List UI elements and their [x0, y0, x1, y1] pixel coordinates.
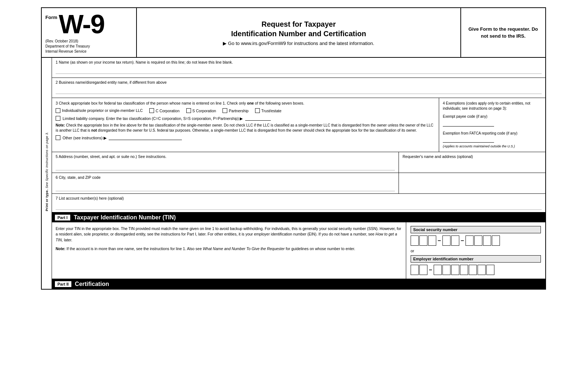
fatca-input-line[interactable] — [443, 137, 494, 143]
w9-title: W-9 — [59, 11, 105, 37]
checkbox-trust-box[interactable] — [255, 108, 260, 113]
form-body: Print or type. See Specific Instructions… — [42, 58, 545, 289]
other-input[interactable] — [109, 135, 182, 140]
ein-cell-6[interactable] — [460, 265, 468, 275]
header-rev: (Rev. October 2018) Department of the Tr… — [45, 39, 132, 54]
part1-body: Enter your TIN in the appropriate box. T… — [52, 222, 545, 279]
ein-cell-2[interactable] — [419, 265, 427, 275]
or-text: or — [411, 249, 541, 253]
header-left: Form W-9 (Rev. October 2018) Department … — [42, 8, 137, 57]
field-6-right — [399, 173, 545, 193]
field-1-input[interactable] — [56, 67, 542, 74]
field-6-label: 6 City, state, and ZIP code — [56, 175, 395, 180]
ein-cells-2 — [434, 265, 494, 275]
field-1-row: 1 Name (as shown on your income tax retu… — [52, 58, 545, 78]
ein-cell-8[interactable] — [478, 265, 486, 275]
checkbox-other-box[interactable] — [56, 135, 60, 140]
field-3: 3 Check appropriate box for federal tax … — [52, 98, 439, 152]
checkbox-s-corp: S Corporation — [186, 108, 216, 113]
field-7-label: 7 List account number(s) here (optional) — [56, 196, 542, 200]
ssn-cell-7[interactable] — [474, 235, 482, 246]
part1-note: Note: If the account is in more than one… — [56, 246, 402, 252]
part1-intro: Enter your TIN in the appropriate box. T… — [56, 226, 402, 243]
field-6-input[interactable] — [56, 185, 395, 191]
ssn-dash-2: – — [461, 237, 464, 244]
ssn-cell-4[interactable] — [442, 235, 450, 246]
field-3-note: Note: Check the appropriate box in the l… — [56, 123, 435, 133]
ein-cell-1[interactable] — [411, 265, 419, 275]
ssn-cell-8[interactable] — [483, 235, 491, 246]
form-subtitle: ▶ Go to www.irs.gov/FormW9 for instructi… — [223, 41, 374, 46]
ein-dash: – — [429, 267, 432, 273]
llc-classification-input[interactable] — [245, 116, 271, 121]
part2-header: Part II Certification — [52, 279, 545, 289]
other-row: Other (see instructions) ▶ — [56, 135, 435, 140]
ein-cell-4[interactable] — [442, 265, 450, 275]
ssn-grid: – – — [411, 235, 541, 246]
part2-title: Certification — [75, 281, 109, 287]
header-right: Give Form to the requester. Do not send … — [461, 8, 545, 57]
ssn-cells-1 — [411, 235, 436, 246]
checkbox-c-corp: C Corporation — [149, 108, 179, 113]
field-1-label: 1 Name (as shown on your income tax retu… — [56, 60, 542, 64]
checkboxes-row: Individual/sole proprietor or single-mem… — [56, 108, 435, 113]
checkbox-llc-box[interactable] — [56, 116, 60, 121]
ein-cell-9[interactable] — [486, 265, 494, 275]
ssn-cells-2 — [442, 235, 459, 246]
part1-header: Part I Taxpayer Identification Number (T… — [52, 213, 545, 222]
checkbox-c-corp-box[interactable] — [149, 108, 154, 113]
ssn-dash-1: – — [438, 237, 441, 244]
ssn-cell-3[interactable] — [428, 235, 436, 246]
give-form-text: Give Form to the requester. Do not send … — [466, 26, 541, 40]
ssn-label: Social security number — [411, 226, 541, 233]
field-5-input[interactable] — [56, 164, 395, 170]
ssn-cell-5[interactable] — [451, 235, 459, 246]
field-3-label: 3 Check appropriate box for federal tax … — [56, 101, 435, 105]
field-2-input[interactable] — [56, 87, 542, 94]
form-title: Request for Taxpayer Identification Numb… — [231, 19, 366, 38]
field-6-row: 6 City, state, and ZIP code — [52, 173, 545, 194]
field-4-label: 4 Exemptions (codes apply only to certai… — [443, 101, 542, 111]
requester-label: Requester's name and address (optional) — [403, 154, 542, 159]
field-6-left: 6 City, state, and ZIP code — [52, 173, 399, 193]
field-5-row: 5 Address (number, street, and apt. or s… — [52, 152, 545, 173]
field-5-left: 5 Address (number, street, and apt. or s… — [52, 152, 399, 173]
field-3-4-row: 3 Check appropriate box for federal tax … — [52, 98, 545, 152]
checkbox-partnership: Partnership — [223, 108, 248, 113]
form-word: Form — [45, 15, 57, 20]
ein-label: Employer identification number — [411, 255, 541, 263]
applies-note: (Applies to accounts maintained outside … — [443, 144, 542, 149]
exempt-payee-input-line[interactable] — [443, 121, 494, 127]
checkbox-individual: Individual/sole proprietor or single-mem… — [56, 108, 143, 113]
ssn-cell-1[interactable] — [411, 235, 419, 246]
checkbox-s-corp-box[interactable] — [186, 108, 191, 113]
checkbox-trust: Trust/estate — [255, 108, 281, 113]
ein-cell-7[interactable] — [469, 265, 477, 275]
ssn-cells-3 — [466, 235, 500, 246]
part1-label: Part I — [55, 215, 70, 220]
checkbox-partnership-box[interactable] — [223, 108, 227, 113]
field-7-input[interactable] — [56, 203, 542, 210]
field-7-row: 7 List account number(s) here (optional) — [52, 194, 545, 213]
header-center: Request for Taxpayer Identification Numb… — [137, 8, 461, 57]
form-fields: 1 Name (as shown on your income tax retu… — [52, 58, 545, 289]
field-2-label: 2 Business name/disregarded entity name,… — [56, 80, 542, 84]
ssn-cell-9[interactable] — [492, 235, 500, 246]
part1-title: Taxpayer Identification Number (TIN) — [74, 214, 176, 221]
part1-left: Enter your TIN in the appropriate box. T… — [52, 222, 406, 279]
ein-grid: – — [411, 265, 541, 275]
side-label-text: Print or type. See Specific Instructions… — [45, 98, 49, 245]
field-2-row: 2 Business name/disregarded entity name,… — [52, 78, 545, 98]
ein-cell-3[interactable] — [434, 265, 442, 275]
part2-label: Part II — [55, 281, 71, 287]
part1-right: Social security number – – — [406, 222, 545, 279]
fatca-label: Exemption from FATCA reporting code (if … — [443, 131, 542, 136]
llc-row: Limited liability company. Enter the tax… — [56, 116, 435, 121]
w9-form: Form W-9 (Rev. October 2018) Department … — [41, 7, 546, 290]
checkbox-individual-box[interactable] — [56, 108, 60, 113]
side-label: Print or type. See Specific Instructions… — [42, 58, 52, 289]
ssn-cell-6[interactable] — [466, 235, 474, 246]
ein-cell-5[interactable] — [451, 265, 459, 275]
ssn-cell-2[interactable] — [419, 235, 427, 246]
field-5-right: Requester's name and address (optional) — [399, 152, 545, 173]
